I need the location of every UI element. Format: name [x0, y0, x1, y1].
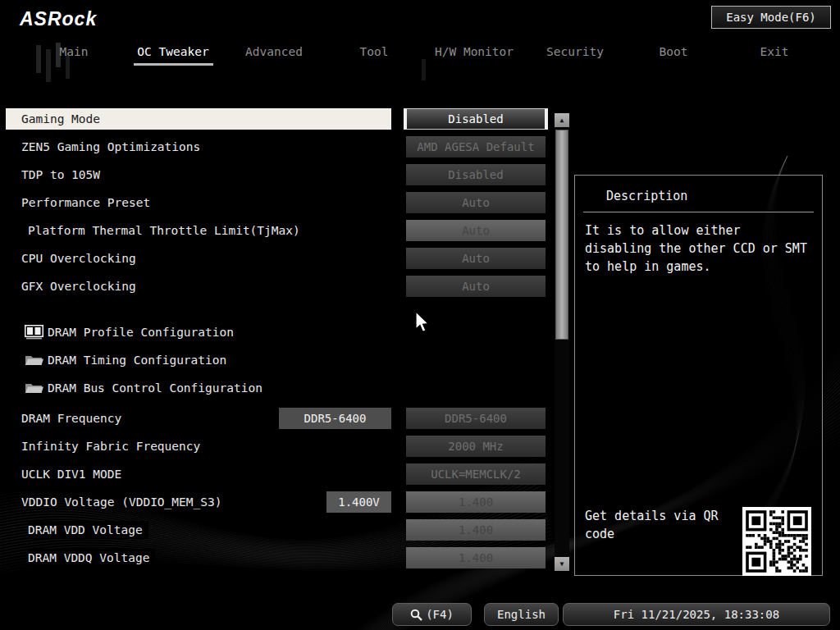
- setting-value-button[interactable]: Auto: [406, 276, 546, 297]
- setting-value-button[interactable]: Auto: [406, 220, 546, 241]
- setting-label[interactable]: Platform Thermal Throttle Limit(TjMax): [28, 224, 300, 237]
- setting-label[interactable]: GFX Overclocking: [21, 280, 136, 293]
- tab-oc-tweaker[interactable]: OC Tweaker: [137, 45, 208, 58]
- setting-row-dram-vdd: DRAM VDD Voltage 1.400: [0, 519, 569, 541]
- inline-value-box: 1.400V: [326, 491, 391, 513]
- folder-icon: [25, 353, 43, 368]
- setting-row-tdp: TDP to 105W Disabled: [0, 164, 569, 185]
- setting-label[interactable]: Performance Preset: [21, 196, 150, 209]
- description-panel: Description It is to allow either disabl…: [574, 175, 823, 576]
- qr-caption: Get details via QR code: [585, 507, 741, 543]
- setting-row-gfx-oc: GFX Overclocking Auto: [0, 276, 569, 297]
- search-icon: [410, 609, 422, 621]
- submenu-row-dram-timing[interactable]: DRAM Timing Configuration: [0, 349, 569, 371]
- setting-value-button[interactable]: 1.400: [406, 519, 546, 541]
- setting-label[interactable]: Infinity Fabric Frequency: [21, 440, 200, 453]
- setting-value-button[interactable]: UCLK=MEMCLK/2: [406, 463, 546, 485]
- setting-row-dram-vddq: DRAM VDDQ Voltage 1.400: [0, 547, 569, 568]
- setting-label[interactable]: Gaming Mode: [21, 112, 100, 126]
- description-title: Description: [606, 189, 687, 203]
- datetime-display[interactable]: Fri 11/21/2025, 18:33:08: [563, 603, 830, 626]
- setting-row-uclk-div1: UCLK DIV1 MODE UCLK=MEMCLK/2: [0, 463, 569, 485]
- setting-label[interactable]: VDDIO Voltage (VDDIO_MEM_S3): [21, 495, 221, 509]
- description-text: It is to allow either disabling the othe…: [585, 221, 813, 276]
- scroll-down-icon[interactable]: ▼: [555, 557, 569, 571]
- list-scrollbar[interactable]: ▲ ▼: [555, 113, 569, 571]
- bios-screen: ASRock Easy Mode(F6) Main OC Tweaker Adv…: [0, 0, 840, 630]
- active-tab-underline: [134, 63, 213, 66]
- description-divider: [583, 212, 814, 212]
- setting-label[interactable]: DRAM Frequency: [21, 412, 121, 425]
- tab-main[interactable]: Main: [60, 45, 89, 58]
- setting-value-button[interactable]: Auto: [406, 192, 546, 213]
- qr-code: [742, 507, 811, 576]
- setting-row-vddio: VDDIO Voltage (VDDIO_MEM_S3) 1.400V 1.40…: [0, 491, 569, 513]
- setting-row-tjmax: Platform Thermal Throttle Limit(TjMax) A…: [0, 220, 569, 241]
- asrock-logo: ASRock: [20, 8, 97, 30]
- setting-label[interactable]: DRAM VDD Voltage: [28, 521, 148, 539]
- setting-row-infinity-fabric: Infinity Fabric Frequency 2000 MHz: [0, 436, 569, 457]
- setting-label[interactable]: DRAM VDDQ Voltage: [28, 549, 155, 567]
- submenu-label[interactable]: DRAM Bus Control Configuration: [48, 381, 262, 395]
- setting-value-button[interactable]: Disabled: [404, 108, 548, 130]
- tab-boot[interactable]: Boot: [660, 45, 688, 58]
- setting-value-button[interactable]: DDR5-6400: [406, 408, 546, 429]
- submenu-row-dram-bus[interactable]: DRAM Bus Control Configuration: [0, 377, 569, 399]
- setting-row-dram-frequency: DRAM Frequency DDR5-6400 DDR5-6400: [0, 408, 569, 429]
- tab-security[interactable]: Security: [546, 45, 604, 58]
- dimm-icon: [25, 325, 43, 340]
- easy-mode-button[interactable]: Easy Mode(F6): [711, 6, 831, 29]
- submenu-row-dram-profile[interactable]: DRAM Profile Configuration: [0, 322, 569, 343]
- setting-value-button[interactable]: 1.400: [406, 491, 546, 513]
- tab-hw-monitor[interactable]: H/W Monitor: [435, 45, 514, 58]
- tab-exit[interactable]: Exit: [760, 45, 789, 58]
- scrollbar-thumb[interactable]: [555, 130, 568, 340]
- inline-value-box: DDR5-6400: [279, 408, 391, 429]
- setting-row-zen5: ZEN5 Gaming Optimizations AMD AGESA Defa…: [0, 136, 569, 158]
- setting-label[interactable]: ZEN5 Gaming Optimizations: [21, 140, 200, 153]
- setting-value-button[interactable]: Auto: [406, 248, 546, 269]
- tab-tool[interactable]: Tool: [360, 45, 389, 58]
- setting-row-gaming-mode: Gaming Mode Disabled: [0, 108, 569, 130]
- setting-row-performance-preset: Performance Preset Auto: [0, 192, 569, 213]
- setting-value-button[interactable]: Disabled: [406, 164, 546, 185]
- setting-label[interactable]: UCLK DIV1 MODE: [21, 468, 121, 481]
- setting-value-button[interactable]: AMD AGESA Default: [406, 136, 546, 158]
- setting-row-cpu-oc: CPU Overclocking Auto: [0, 248, 569, 269]
- submenu-label[interactable]: DRAM Timing Configuration: [48, 354, 226, 367]
- search-hotkey-label: (F4): [426, 608, 454, 621]
- setting-value-button[interactable]: 2000 MHz: [406, 436, 546, 457]
- nav-tabs: Main OC Tweaker Advanced Tool H/W Monito…: [0, 43, 840, 68]
- search-button[interactable]: (F4): [392, 603, 472, 626]
- scroll-up-icon[interactable]: ▲: [555, 113, 569, 127]
- setting-value-button[interactable]: 1.400: [406, 547, 546, 568]
- language-button[interactable]: English: [484, 603, 559, 626]
- tab-advanced[interactable]: Advanced: [245, 45, 303, 58]
- submenu-label[interactable]: DRAM Profile Configuration: [48, 326, 234, 339]
- setting-label[interactable]: CPU Overclocking: [21, 252, 136, 265]
- folder-icon: [25, 381, 43, 395]
- setting-label[interactable]: TDP to 105W: [21, 168, 100, 181]
